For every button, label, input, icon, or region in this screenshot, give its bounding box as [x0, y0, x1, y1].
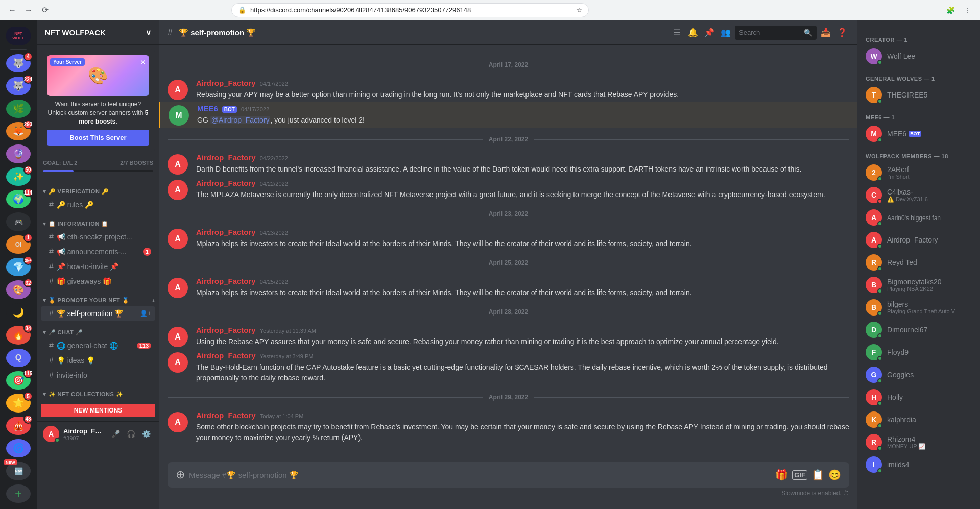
member-reyd-ted[interactable]: R Reyd Ted	[862, 251, 976, 274]
member-airdrop-factory[interactable]: A Airdrop_Factory	[862, 229, 976, 251]
add-channel-icon[interactable]: +	[152, 298, 155, 304]
add-server-button[interactable]: +	[6, 484, 31, 503]
channel-invite-info[interactable]: # invite-info	[41, 368, 155, 382]
message-author-5[interactable]: Airdrop_Factory	[196, 277, 256, 285]
member-bigmoney[interactable]: B Bigmoneytalks20 Playing NBA 2K22	[862, 274, 976, 296]
message-author-7[interactable]: Airdrop_Factory	[196, 351, 256, 360]
server-icon-1[interactable]: 🐺 4	[6, 54, 31, 72]
menu-button[interactable]: ⋮	[961, 3, 975, 17]
pin-button[interactable]: 📌	[702, 26, 716, 40]
server-icon-nft-wolfpack[interactable]: NFTWOLF	[6, 27, 31, 45]
members-button[interactable]: 👥	[719, 26, 733, 40]
server-icon-18[interactable]: 🌀	[6, 439, 31, 457]
boost-server-button[interactable]: Boost This Server	[47, 130, 149, 146]
message-avatar-2: A	[168, 154, 188, 175]
member-imilds4[interactable]: I imilds4	[862, 453, 976, 476]
server-icon-5[interactable]: 🔮	[6, 144, 31, 163]
server-icon-17[interactable]: 🎪 48	[6, 417, 31, 435]
channel-eth-sneakz[interactable]: # 📢 eth-sneakz-project...	[41, 230, 155, 244]
inbox-button[interactable]: 📥	[819, 26, 833, 40]
category-label: 🎤 CHAT 🎤	[49, 329, 83, 336]
server-icon-11[interactable]: 🎨 32	[6, 280, 31, 299]
member-avatar-2arcrf: 2	[866, 164, 882, 181]
channel-self-promotion[interactable]: # 🏆 self-promotion 🏆 👤+	[41, 306, 155, 321]
member-2arcrf[interactable]: 2 2ARcrf I'm Short	[862, 161, 976, 184]
member-c4llxas[interactable]: C C4llxas- ⚠️ Dev.XyZ31.6	[862, 184, 976, 206]
boost-banner-decoration: 🎨	[88, 66, 108, 85]
member-name-thegiree5: THEGIREE5	[887, 91, 927, 99]
member-wolf-lee[interactable]: W Wolf Lee	[862, 45, 976, 67]
message-author-1[interactable]: Airdrop_Factory	[196, 79, 256, 87]
message-input[interactable]	[189, 465, 771, 486]
address-bar[interactable]: 🔒 https://discord.com/channels/902067828…	[231, 3, 589, 17]
message-author-2[interactable]: Airdrop_Factory	[196, 153, 256, 162]
member-rhizom4[interactable]: R Rhizom4 MONEY UP 📈	[862, 431, 976, 453]
deafen-button[interactable]: 🎧	[124, 427, 138, 441]
gift-icon[interactable]: 🎁	[775, 469, 788, 481]
forward-button[interactable]: →	[21, 3, 36, 17]
category-nft-collections[interactable]: ▾ ✨ NFT COLLECTIONS ✨	[37, 383, 159, 400]
hash-threads-button[interactable]: ☰	[670, 26, 684, 40]
member-thegiree5[interactable]: T THEGIREE5	[862, 84, 976, 106]
channel-giveaways[interactable]: # 🎁 giveaways 🎁	[41, 274, 155, 288]
category-information[interactable]: ▾ 📋 INFORMATION 📋	[37, 212, 159, 229]
member-aarino[interactable]: A Aarin0's biggest fan	[862, 206, 976, 229]
settings-button[interactable]: ⚙️	[139, 427, 153, 441]
new-mentions-button[interactable]: NEW MENTIONS	[41, 404, 155, 417]
server-icon-7[interactable]: 🌍 114	[6, 190, 31, 208]
gif-icon[interactable]: GIF	[792, 470, 807, 480]
server-icon-3[interactable]: 🌿	[6, 100, 31, 118]
channel-announcements[interactable]: # 📢 announcements-... 1	[41, 245, 155, 259]
server-icon-new[interactable]: NEW 🆕	[6, 462, 31, 480]
help-button[interactable]: ❓	[835, 26, 849, 40]
member-avatar-thegiree5: T	[866, 87, 882, 103]
category-verification[interactable]: ▾ 🔑 VERIFICATION 🔑	[37, 180, 159, 197]
message-avatar-3: A	[168, 180, 188, 200]
server-icon-6[interactable]: ✨ 50	[6, 167, 31, 186]
extensions-button[interactable]: 🧩	[943, 3, 958, 17]
channel-ideas[interactable]: # 💡 ideas 💡	[41, 353, 155, 368]
category-chat[interactable]: ▾ 🎤 CHAT 🎤	[37, 321, 159, 338]
member-bilgers[interactable]: B bilgers Playing Grand Theft Auto V	[862, 296, 976, 319]
member-floyd[interactable]: F Floyd9	[862, 341, 976, 363]
member-goggles[interactable]: G Goggles	[862, 363, 976, 386]
boost-popup-close-x[interactable]: ✕	[140, 58, 146, 66]
channel-how-to-invite[interactable]: # 📌 how-to-invite 📌	[41, 259, 155, 274]
emoji-icon[interactable]: 😊	[828, 469, 841, 481]
server-icon-15[interactable]: 🎯 115	[6, 371, 31, 390]
mute-button[interactable]: 🎤	[108, 427, 123, 441]
server-icon-14[interactable]: Q	[6, 349, 31, 367]
refresh-button[interactable]: ⟳	[38, 3, 52, 17]
header-search[interactable]: Search 🔍	[735, 26, 817, 40]
message-author-8[interactable]: Airdrop_Factory	[196, 411, 256, 420]
message-author-mee6[interactable]: MEE6	[197, 104, 218, 113]
category-promote[interactable]: ▾ 🏅 PROMOTE YOUR NFT 🏅 +	[37, 289, 159, 306]
message-author-6[interactable]: Airdrop_Factory	[196, 326, 256, 334]
user-controls: 🎤 🎧 ⚙️	[108, 427, 153, 441]
mention-airdrop[interactable]: @Airdrop_Factory	[210, 116, 271, 124]
server-icon-13[interactable]: 🔥 34	[6, 326, 31, 344]
member-dimournel[interactable]: D Dimournel67	[862, 319, 976, 341]
current-user-discriminator: #3907	[63, 435, 104, 441]
back-button[interactable]: ←	[5, 3, 19, 17]
channel-general-chat[interactable]: # 🌐 general-chat 🌐 113	[41, 338, 155, 353]
server-icon-10[interactable]: 💎 2k+	[6, 258, 31, 276]
notification-button[interactable]: 🔔	[686, 26, 700, 40]
server-icon-8[interactable]: 🎮	[6, 212, 31, 231]
message-header-3: Airdrop_Factory 04/22/2022	[196, 179, 849, 187]
server-icon-16[interactable]: 🌟 5	[6, 394, 31, 412]
server-icon-4[interactable]: 🦊 293	[6, 122, 31, 140]
member-kalphrdia[interactable]: K kalphrdia	[862, 408, 976, 431]
member-holly[interactable]: H Holly	[862, 386, 976, 408]
member-status-rhizom4	[877, 446, 882, 451]
add-attachment-button[interactable]: ⊕	[176, 462, 185, 488]
member-mee6[interactable]: M MEE6 BOT	[862, 123, 976, 145]
server-header[interactable]: NFT WOLFPACK ∨	[37, 20, 159, 45]
server-icon-9[interactable]: OI 1	[6, 235, 31, 254]
channel-rules[interactable]: # 🔑 rules 🔑	[41, 198, 155, 212]
sticker-icon[interactable]: 📋	[811, 469, 824, 481]
message-author-3[interactable]: Airdrop_Factory	[196, 179, 256, 187]
message-author-4[interactable]: Airdrop_Factory	[196, 228, 256, 236]
server-icon-12[interactable]: 🌙	[6, 303, 31, 322]
server-icon-2[interactable]: 🐺 224	[6, 77, 31, 95]
